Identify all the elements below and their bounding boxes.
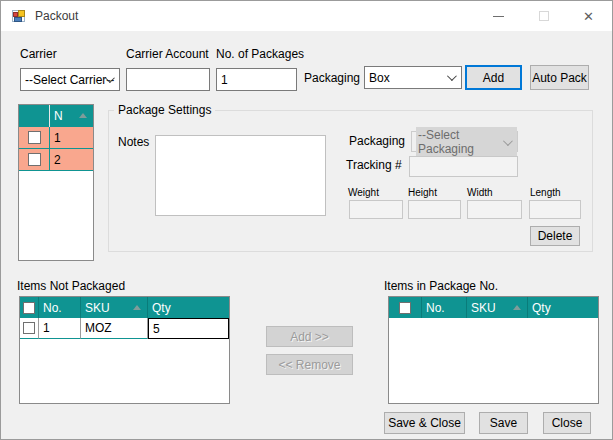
- add-package-button[interactable]: Add: [465, 65, 522, 90]
- select-all-column-header[interactable]: [389, 297, 422, 318]
- carrier-label: Carrier: [20, 47, 57, 61]
- no-of-packages-label: No. of Packages: [216, 47, 304, 61]
- select-all-checkbox[interactable]: [399, 302, 411, 314]
- weight-label: Weight: [348, 187, 379, 198]
- package-row-checkbox[interactable]: [28, 153, 41, 166]
- select-all-column-header[interactable]: [20, 297, 39, 318]
- package-number-cell[interactable]: 2: [50, 149, 93, 171]
- save-button[interactable]: Save: [479, 412, 528, 434]
- item-no-cell[interactable]: 1: [39, 318, 81, 339]
- height-label: Height: [408, 187, 437, 198]
- item-row-checkbox[interactable]: [23, 322, 35, 334]
- notes-label: Notes: [118, 135, 149, 149]
- tracking-input: [409, 156, 518, 177]
- items-in-package-grid: No. SKU Qty: [388, 296, 599, 404]
- close-icon: ✕: [583, 9, 594, 24]
- delete-button[interactable]: Delete: [530, 226, 580, 246]
- carrier-account-label: Carrier Account: [126, 47, 209, 61]
- items-in-package-header: No. SKU Qty: [389, 297, 598, 318]
- packages-grid-header: N: [19, 105, 93, 127]
- save-and-close-button[interactable]: Save & Close: [384, 412, 465, 434]
- maximize-icon: [539, 11, 549, 21]
- auto-pack-button[interactable]: Auto Pack: [530, 65, 589, 90]
- no-column-header[interactable]: No.: [422, 297, 467, 318]
- item-row[interactable]: 1 MOZ 5: [20, 318, 229, 339]
- width-input: [467, 200, 522, 219]
- carrier-account-input[interactable]: [126, 68, 210, 91]
- close-form-button[interactable]: Close: [543, 412, 591, 434]
- item-qty-cell[interactable]: 5: [148, 318, 229, 339]
- select-all-checkbox[interactable]: [23, 302, 35, 314]
- width-label: Width: [467, 187, 493, 198]
- add-to-package-button: Add >>: [266, 326, 353, 347]
- tracking-label: Tracking #: [346, 158, 402, 172]
- remove-from-package-button: << Remove: [266, 354, 353, 375]
- packaging-label: Packaging: [304, 71, 360, 85]
- items-not-packaged-header: No. SKU Qty: [20, 297, 229, 318]
- sort-ascending-icon: [79, 113, 87, 118]
- qty-column-header[interactable]: Qty: [528, 297, 598, 318]
- items-in-package-title: Items in Package No.: [384, 279, 498, 293]
- item-sku-cell[interactable]: MOZ: [81, 318, 148, 339]
- notes-textarea[interactable]: [155, 135, 326, 216]
- length-input: [529, 200, 581, 219]
- sort-ascending-icon: [513, 305, 521, 310]
- qty-column-header[interactable]: Qty: [148, 297, 229, 318]
- weight-input: [349, 200, 403, 219]
- sku-column-header[interactable]: SKU: [81, 297, 148, 318]
- items-not-packaged-grid: No. SKU Qty 1 MOZ 5: [19, 296, 230, 404]
- package-row-checkbox[interactable]: [28, 131, 41, 144]
- no-column-header[interactable]: No.: [39, 297, 81, 318]
- items-not-packaged-title: Items Not Packaged: [17, 279, 125, 293]
- carrier-select[interactable]: --Select Carrier--: [20, 68, 120, 91]
- minimize-button[interactable]: [476, 1, 521, 31]
- packages-select-column-header[interactable]: [19, 105, 50, 127]
- no-of-packages-input[interactable]: [216, 68, 297, 91]
- settings-packaging-label: Packaging: [349, 134, 405, 148]
- package-number-cell[interactable]: 1: [50, 127, 93, 149]
- settings-packaging-value: --Select Packaging: [416, 127, 517, 157]
- packages-n-column-header[interactable]: N: [50, 105, 93, 127]
- height-input: [408, 200, 461, 219]
- package-settings-title: Package Settings: [114, 103, 215, 117]
- sort-ascending-icon: [133, 305, 141, 310]
- packout-window: Packout ✕ Carrier --Select Carrier-- Car…: [0, 0, 613, 440]
- title-bar: Packout ✕: [1, 1, 612, 31]
- package-row[interactable]: 1: [19, 127, 93, 149]
- packages-grid: N 1 2: [18, 104, 94, 261]
- package-row[interactable]: 2: [19, 149, 93, 171]
- app-icon: [11, 8, 27, 24]
- close-button[interactable]: ✕: [566, 1, 611, 31]
- packaging-select[interactable]: Box: [364, 66, 462, 89]
- maximize-button: [521, 1, 566, 31]
- settings-packaging-select: --Select Packaging: [411, 131, 518, 152]
- sku-column-header[interactable]: SKU: [467, 297, 528, 318]
- length-label: Length: [530, 187, 561, 198]
- window-title: Packout: [35, 9, 78, 23]
- carrier-selected-value: --Select Carrier--: [25, 73, 114, 87]
- minimize-icon: [493, 16, 504, 17]
- packaging-selected-value: Box: [369, 71, 390, 85]
- chevron-down-icon: [447, 71, 457, 81]
